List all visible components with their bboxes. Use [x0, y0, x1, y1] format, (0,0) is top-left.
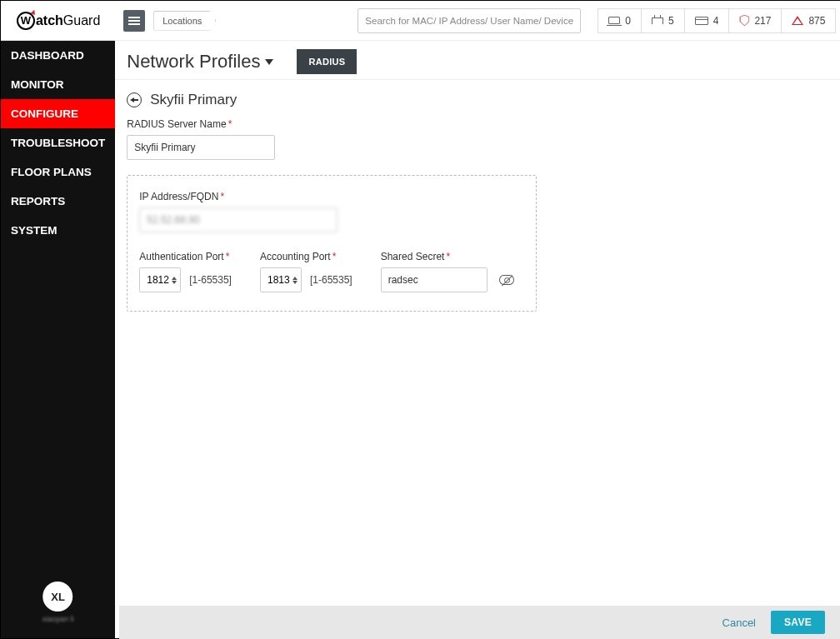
page-header: Network Profiles RADIUS — [115, 41, 840, 80]
nav-item-troubleshoot[interactable]: TROUBLESHOOT — [1, 128, 115, 157]
auth-port-input[interactable]: 1812 — [139, 267, 181, 292]
secret-label: Shared Secret* — [381, 251, 514, 262]
page-title-dropdown[interactable]: Network Profiles — [127, 51, 273, 72]
field-auth-port: Authentication Port* 1812 [1-65535] — [139, 251, 232, 292]
topbar: Locations 0 5 4 217 — [115, 1, 840, 41]
save-button[interactable]: SAVE — [771, 611, 825, 634]
field-ip: IP Address/FQDN* — [139, 191, 524, 232]
acct-port-value: 1813 — [268, 274, 290, 286]
menu-toggle-button[interactable] — [123, 10, 145, 32]
stepper-up-icon[interactable] — [172, 277, 177, 280]
stepper-down-icon[interactable] — [292, 281, 298, 284]
search-input[interactable] — [358, 8, 581, 33]
footer-bar: Cancel SAVE — [119, 606, 840, 639]
stepper-up-icon[interactable] — [292, 277, 298, 280]
field-acct-port: Accounting Port* 1813 [1-65535] — [260, 251, 352, 292]
acct-port-label: Accounting Port* — [260, 251, 352, 262]
stat-clients-value: 0 — [625, 15, 631, 27]
field-shared-secret: Shared Secret* — [381, 251, 514, 292]
nav: DASHBOARD MONITOR CONFIGURE TROUBLESHOOT… — [1, 41, 115, 638]
ap-icon — [652, 17, 663, 24]
nav-item-configure[interactable]: CONFIGURE — [1, 99, 115, 128]
acct-port-stepper[interactable] — [292, 277, 298, 284]
logo-icon: W▴ — [17, 12, 35, 30]
auth-port-range: [1-65535] — [189, 274, 232, 286]
chevron-down-icon — [265, 59, 273, 65]
nav-item-monitor[interactable]: MONITOR — [1, 70, 115, 99]
cancel-button[interactable]: Cancel — [722, 617, 756, 629]
shield-icon — [739, 15, 749, 27]
stat-clients[interactable]: 0 — [598, 8, 642, 33]
nav-item-dashboard[interactable]: DASHBOARD — [1, 41, 115, 70]
brand-logo[interactable]: W▴atchGuard — [1, 1, 115, 41]
subtitle-row: Skyfii Primary — [115, 80, 840, 118]
stat-aps[interactable]: 5 — [642, 8, 685, 33]
page-title-text: Network Profiles — [127, 51, 260, 72]
stat-switches-value: 4 — [713, 15, 719, 27]
auth-port-label: Authentication Port* — [139, 251, 232, 262]
profile-name-heading: Skyfii Primary — [150, 92, 237, 108]
stat-group: 0 5 4 217 875 — [598, 8, 836, 33]
stat-alerts[interactable]: 875 — [782, 8, 836, 33]
stat-threats[interactable]: 217 — [729, 8, 782, 33]
ip-input[interactable] — [139, 207, 338, 232]
nav-item-system[interactable]: SYSTEM — [1, 216, 115, 245]
back-button[interactable] — [127, 92, 142, 107]
auth-port-value: 1812 — [147, 274, 169, 286]
sidebar: W▴atchGuard DASHBOARD MONITOR CONFIGURE … — [1, 1, 115, 638]
laptop-icon — [608, 17, 620, 24]
switch-icon — [695, 17, 708, 25]
user-name-label: xiaoyan li — [42, 615, 74, 623]
user-avatar: XL — [43, 582, 73, 612]
breadcrumb-locations[interactable]: Locations — [153, 11, 216, 31]
main-panel: Locations 0 5 4 217 — [115, 1, 840, 638]
hamburger-icon — [128, 17, 140, 25]
alert-icon — [792, 16, 803, 25]
acct-port-input[interactable]: 1813 — [260, 267, 302, 292]
ports-secret-row: Authentication Port* 1812 [1-65535] — [139, 251, 524, 292]
tab-radius[interactable]: RADIUS — [297, 49, 357, 74]
nav-item-floorplans[interactable]: FLOOR PLANS — [1, 157, 115, 187]
stat-alerts-value: 875 — [808, 15, 825, 27]
secret-input[interactable] — [381, 267, 488, 292]
stat-threats-value: 217 — [754, 15, 771, 27]
server-name-input[interactable] — [127, 135, 275, 160]
acct-port-range: [1-65535] — [310, 274, 352, 286]
server-details-box: IP Address/FQDN* Authentication Port* 18… — [127, 175, 537, 312]
stat-aps-value: 5 — [668, 15, 674, 27]
field-server-name: RADIUS Server Name* — [127, 118, 840, 160]
stat-switches[interactable]: 4 — [685, 8, 730, 33]
nav-item-reports[interactable]: REPORTS — [1, 187, 115, 216]
auth-port-stepper[interactable] — [172, 277, 177, 284]
stepper-down-icon[interactable] — [172, 281, 177, 284]
user-badge[interactable]: XL xiaoyan li — [42, 582, 74, 623]
eye-slash-icon[interactable] — [499, 275, 514, 285]
form-area: RADIUS Server Name* IP Address/FQDN* Aut… — [115, 118, 840, 312]
ip-label: IP Address/FQDN* — [139, 191, 524, 202]
server-name-label: RADIUS Server Name* — [127, 118, 840, 130]
